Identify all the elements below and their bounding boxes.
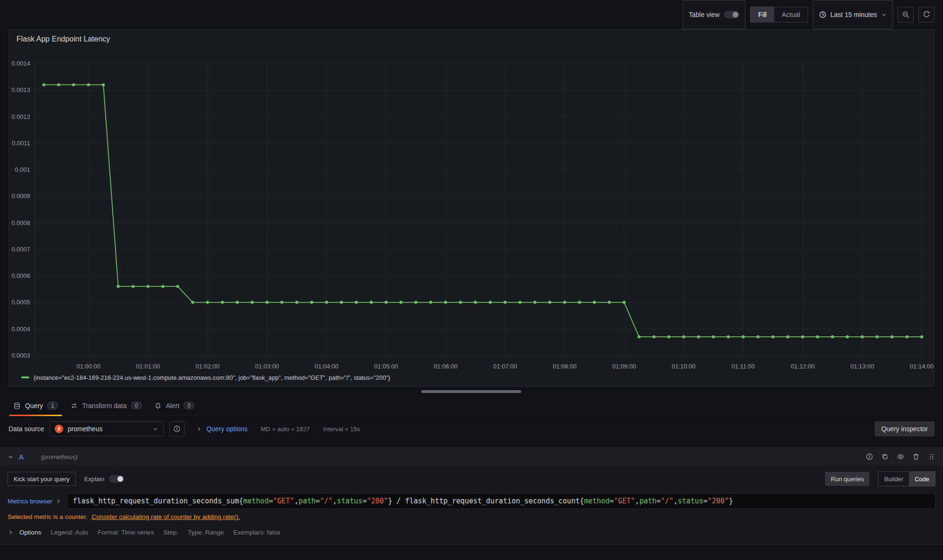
promql-editor-row: Metrics browser flask_http_request_durat…: [0, 490, 943, 509]
svg-text:01:01:00: 01:01:00: [136, 363, 160, 370]
trash-icon[interactable]: [912, 453, 920, 460]
time-series-chart: 0.00030.00040.00050.00060.00070.00080.00…: [9, 47, 934, 372]
tab-alert-label: Alert: [166, 402, 180, 410]
explain-label: Explain: [84, 476, 105, 483]
options-expander-label[interactable]: Options: [19, 529, 42, 536]
svg-text:01:14:00: 01:14:00: [910, 363, 934, 370]
builder-mode-button[interactable]: Builder: [878, 472, 909, 486]
legend-series-marker: [21, 376, 29, 378]
chevron-right-icon[interactable]: [8, 529, 14, 535]
svg-text:0.0014: 0.0014: [11, 60, 30, 67]
svg-text:0.0007: 0.0007: [11, 246, 30, 253]
promql-query-input[interactable]: flask_http_request_duration_seconds_sum{…: [67, 493, 935, 509]
dashboard-toolbar: Table view Fill Actual Last 15 minutes: [0, 0, 943, 29]
builder-code-switch: Builder Code: [878, 471, 935, 486]
interval-text: Interval = 15s: [323, 426, 360, 433]
tab-query[interactable]: Query 1: [8, 395, 63, 416]
tab-transform-data[interactable]: Transform data 0: [66, 395, 146, 416]
editor-tabs: Query 1 Transform data 0 Alert 0: [0, 395, 943, 416]
table-view-toggle[interactable]: [724, 11, 739, 18]
svg-text:0.0003: 0.0003: [11, 352, 30, 359]
datasource-select[interactable]: prometheus: [50, 421, 164, 436]
time-range-label: Last 15 minutes: [830, 11, 877, 18]
time-range-picker[interactable]: Last 15 minutes: [813, 0, 893, 29]
prometheus-icon: [55, 425, 63, 433]
option-exemplars: Exemplars: false: [233, 529, 280, 536]
tab-transform-count: 0: [131, 401, 142, 410]
chevron-down-icon: [152, 426, 159, 432]
refresh-icon: [923, 11, 930, 18]
table-view-group: Table view: [683, 0, 745, 29]
collapse-chevron-icon[interactable]: [8, 454, 14, 460]
metrics-browser-label: Metrics browser: [8, 498, 52, 505]
code-mode-button[interactable]: Code: [909, 472, 935, 486]
zoom-out-icon: [902, 11, 910, 18]
svg-text:01:06:00: 01:06:00: [434, 363, 458, 370]
query-options-expander[interactable]: Query options: [196, 425, 247, 433]
eye-icon[interactable]: [897, 453, 904, 460]
actual-button[interactable]: Actual: [774, 7, 808, 22]
svg-text:01:08:00: 01:08:00: [553, 363, 577, 370]
max-data-points-text: MD = auto = 1827: [261, 426, 310, 433]
query-options-summary-row: Options Legend: Auto Format: Time series…: [0, 520, 943, 542]
svg-text:01:10:00: 01:10:00: [672, 363, 696, 370]
svg-text:0.001: 0.001: [15, 166, 30, 173]
warning-text: Selected metric is a counter.: [8, 513, 88, 520]
query-inspector-button[interactable]: Query inspector: [875, 421, 935, 436]
datasource-selected-value: prometheus: [67, 425, 148, 433]
fill-actual-group: Fill Actual: [750, 7, 808, 23]
table-view-label: Table view: [689, 11, 719, 18]
tab-query-label: Query: [25, 402, 43, 410]
query-row-header[interactable]: A (prometheus): [0, 448, 943, 466]
datasource-help-button[interactable]: [169, 421, 184, 436]
chart-area[interactable]: 0.00030.00040.00050.00060.00070.00080.00…: [9, 47, 934, 372]
transform-icon: [70, 402, 78, 410]
legend-series-label[interactable]: {instance="ec2-184-169-216-224.us-west-1…: [33, 374, 390, 381]
svg-text:01:03:00: 01:03:00: [255, 363, 279, 370]
tab-alert-count: 0: [184, 401, 194, 410]
zoom-out-button[interactable]: [898, 7, 914, 23]
horizontal-scrollbar[interactable]: [421, 390, 521, 393]
svg-text:0.0013: 0.0013: [11, 86, 30, 93]
query-options-label: Query options: [206, 425, 247, 433]
svg-text:0.0012: 0.0012: [11, 113, 30, 120]
query-datasource-hint: (prometheus): [41, 453, 77, 460]
svg-text:01:02:00: 01:02:00: [196, 363, 220, 370]
duplicate-icon[interactable]: [881, 453, 889, 460]
option-legend: Legend: Auto: [51, 529, 89, 536]
query-ref-id: A: [19, 453, 24, 461]
tab-transform-label: Transform data: [82, 402, 126, 410]
svg-text:0.0009: 0.0009: [11, 192, 30, 200]
datasource-row: Data source prometheus Query options MD …: [0, 416, 943, 442]
metrics-browser-link[interactable]: Metrics browser: [8, 498, 61, 505]
svg-text:01:07:00: 01:07:00: [493, 363, 517, 370]
fill-button[interactable]: Fill: [751, 7, 774, 22]
query-row-actions: [866, 453, 935, 460]
info-circle-icon: [173, 425, 181, 433]
svg-text:01:12:00: 01:12:00: [791, 363, 815, 370]
latency-panel: Flask App Endpoint Latency 0.00030.00040…: [8, 29, 935, 387]
explain-toggle[interactable]: [109, 475, 124, 483]
drag-handle-icon[interactable]: [928, 453, 935, 460]
svg-text:01:04:00: 01:04:00: [315, 363, 339, 370]
refresh-button[interactable]: [918, 7, 935, 23]
scroll-area: [0, 387, 943, 395]
panel-title: Flask App Endpoint Latency: [9, 30, 934, 47]
query-toolbar: Kick start your query Explain Run querie…: [0, 466, 943, 490]
add-rate-link[interactable]: Consider calculating rate of counter by …: [92, 513, 240, 520]
svg-text:0.0006: 0.0006: [11, 272, 30, 279]
explain-group: Explain: [84, 475, 125, 483]
info-icon[interactable]: [866, 453, 873, 460]
counter-warning: Selected metric is a counter. Consider c…: [0, 509, 943, 520]
toggle-knob: [117, 476, 123, 482]
bell-icon: [154, 402, 162, 410]
kick-start-query-button[interactable]: Kick start your query: [8, 472, 76, 486]
clock-icon: [819, 11, 826, 18]
tab-alert[interactable]: Alert 0: [150, 395, 200, 416]
svg-text:01:09:00: 01:09:00: [612, 363, 636, 370]
run-queries-button[interactable]: Run queries: [825, 472, 869, 486]
toggle-knob: [733, 12, 738, 17]
svg-text:0.0008: 0.0008: [11, 219, 30, 226]
chevron-right-icon: [55, 498, 61, 504]
svg-text:01:05:00: 01:05:00: [374, 363, 398, 370]
